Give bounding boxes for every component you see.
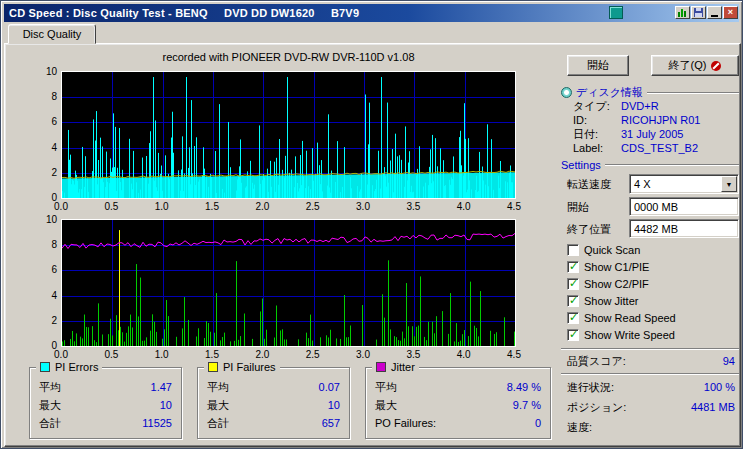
pi-failures-statbox: PI Failures 平均0.07 最大10 合計657 [197,367,350,439]
settings-title: Settings [561,159,601,171]
stat-label: 最大 [375,396,397,414]
y-tick-label: 4 [35,142,57,153]
y-tick-label: 2 [35,315,57,326]
checkbox[interactable] [567,244,579,256]
disc-info-header: ディスク情報 [561,85,739,100]
quality-score-label: 品質スコア: [567,353,626,369]
x-tick-label: 2.5 [306,201,320,212]
x-tick-label: 1.5 [205,349,219,360]
graph-button[interactable] [675,6,690,19]
end-position-input[interactable] [629,219,739,238]
speed-label: 転送速度 [567,177,611,191]
y-tick-label: 8 [35,91,57,102]
pi-errors-statbox-title: PI Errors [55,360,98,374]
x-tick-label: 1.5 [205,201,219,212]
checkbox-show-write-speed[interactable]: Show Write Speed [567,326,676,343]
stat-label: 平均 [375,378,397,396]
speed-select[interactable]: 4 X ▼ [629,174,739,194]
pi-errors-y-axis: 1086420 [35,71,59,199]
tab-disc-quality[interactable]: Disc Quality [8,24,96,44]
stat-row: 合計11525 [30,414,181,432]
jitter-statbox: Jitter 平均8.49 % 最大9.7 % PO Failures:0 [365,367,551,439]
cd-speed-window: CD Speed : Disc Quality Test - BENQ DVD … [0,0,743,449]
stat-row: 最大10 [30,396,181,414]
x-tick-label: 1.0 [155,349,169,360]
bar-chart-icon [678,8,687,17]
checkbox-label: Show Jitter [584,295,638,307]
x-tick-label: 3.0 [356,349,370,360]
x-tick-label: 0.0 [54,201,68,212]
stat-label: 平均 [207,378,229,396]
start-button-label: 開始 [587,58,609,73]
x-tick-label: 3.0 [356,201,370,212]
pi-failures-plot-area [61,219,516,347]
stat-value: 0 [535,414,541,432]
checkbox-show-c2-pif[interactable]: Show C2/PIF [567,275,676,292]
stat-row: 合計657 [198,414,349,432]
start-position-input[interactable] [629,197,739,216]
checkbox-show-read-speed[interactable]: Show Read Speed [567,309,676,326]
pi-errors-statbox: PI Errors 平均1.47 最大10 合計11525 [29,367,182,439]
x-tick-label: 1.0 [155,201,169,212]
disc-info-row: Label:CDS_TEST_B2 [573,142,739,155]
checkbox[interactable] [567,261,579,273]
stat-row: 最大10 [198,396,349,414]
divider [561,348,739,350]
checkbox[interactable] [567,329,579,341]
checkbox-show-c1-pie[interactable]: Show C1/PIE [567,258,676,275]
checkbox[interactable] [567,312,579,324]
disc-info-value: DVD+R [621,100,659,113]
checkbox-quick-scan[interactable]: Quick Scan [567,241,676,258]
y-tick-label: 4 [35,290,57,301]
y-tick-label: 6 [35,264,57,275]
stat-value: 10 [160,396,172,414]
exit-button[interactable]: 終了(Q) [651,55,739,76]
stat-row: PO Failures:0 [366,414,550,432]
pi-errors-plot-area [61,71,516,199]
y-tick-label: 2 [35,167,57,178]
close-button[interactable]: × [723,6,738,19]
disc-info-label: タイプ: [573,100,621,113]
pi-failures-canvas [62,220,515,346]
speed-row: 速度: [567,419,735,435]
x-tick-label: 4.5 [507,349,521,360]
chevron-down-icon[interactable]: ▼ [721,176,737,192]
checkbox[interactable] [567,278,579,290]
disc-info-row: ID:RICOHJPN R01 [573,114,739,127]
checkbox[interactable] [567,295,579,307]
pi-failures-y-axis: 1086420 [35,219,59,347]
window-title: CD Speed : Disc Quality Test - BENQ DVD … [4,7,359,19]
recorded-note: recorded with PIONEER DVD-RW DVR-110D v1… [61,51,516,63]
stat-row: 最大9.7 % [366,396,550,414]
stat-row: 平均8.49 % [366,378,550,396]
checkbox-show-jitter[interactable]: Show Jitter [567,292,676,309]
stat-label: PO Failures: [375,414,436,432]
exit-icon [711,61,721,71]
disc-info-row: タイプ:DVD+R [573,100,739,113]
checkbox-label: Show Read Speed [584,312,676,324]
jitter-statbox-header: Jitter [372,360,419,374]
save-button[interactable] [691,6,706,19]
floppy-disk-icon [694,8,703,17]
speed-row-label: 速度: [567,419,592,435]
settings-header: Settings [561,159,739,171]
minimize-icon [711,15,718,17]
settings-checkboxes: Quick Scan Show C1/PIE Show C2/PIF Show … [567,241,676,343]
titlebar-indicator-icon [609,6,623,19]
minimize-button[interactable] [707,6,722,19]
divider [561,373,739,375]
checkbox-label: Show C1/PIE [584,261,649,273]
progress-row: 進行状況: 100 % [567,379,735,395]
stat-row: 平均1.47 [30,378,181,396]
x-tick-label: 3.5 [406,349,420,360]
disc-icon [561,87,572,98]
disc-info-label: 日付: [573,128,621,141]
jitter-legend-swatch [376,362,386,372]
exit-button-label: 終了(Q) [669,58,707,73]
x-tick-label: 0.0 [54,349,68,360]
x-tick-label: 2.0 [255,349,269,360]
start-button[interactable]: 開始 [567,55,629,76]
quality-score-row: 品質スコア: 94 [567,353,735,369]
close-icon: × [728,8,733,17]
pi-failures-statbox-title: PI Failures [223,360,276,374]
